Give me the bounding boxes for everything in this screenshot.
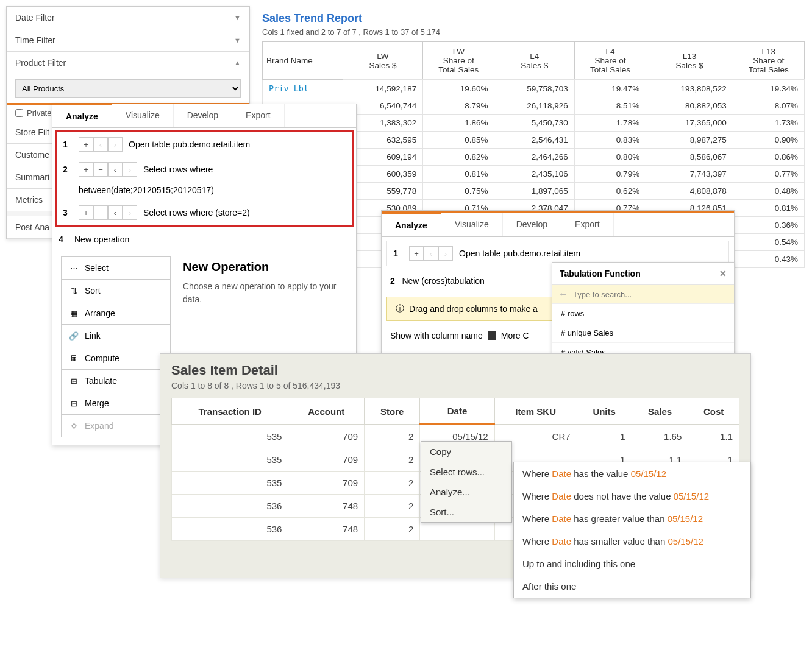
ctx-item-copy[interactable]: Copy <box>421 442 511 462</box>
col-lw-share[interactable]: LWShare ofTotal Sales <box>423 42 494 80</box>
op-row-3[interactable]: 3 + − ‹ › Select rows where (store=2) <box>57 200 352 225</box>
time-filter-row[interactable]: Time Filter ▼ <box>7 29 249 52</box>
prev-icon[interactable]: ‹ <box>108 205 123 220</box>
next-icon[interactable]: › <box>123 205 137 220</box>
plus-icon[interactable]: + <box>79 137 93 152</box>
op-menu-sort[interactable]: ⇅Sort <box>61 279 171 302</box>
table-cell[interactable]: 59,758,703 <box>494 80 574 97</box>
op-menu-compute[interactable]: 🖩Compute <box>61 347 171 369</box>
submenu-item[interactable]: Where Date has smaller value than 05/15/… <box>514 530 750 553</box>
close-icon[interactable]: ✕ <box>719 269 727 278</box>
table-cell[interactable]: 535 <box>172 472 288 495</box>
tab-export[interactable]: Export <box>561 213 613 236</box>
table-cell[interactable]: 1.1 <box>688 425 739 448</box>
detail-col-cost[interactable]: Cost <box>688 398 739 425</box>
table-cell[interactable]: 19.34% <box>733 80 804 97</box>
table-cell[interactable]: 536 <box>172 518 288 541</box>
submenu-item[interactable]: Where Date does not have the value 05/15… <box>514 485 750 507</box>
table-cell[interactable]: 0.85% <box>423 132 494 149</box>
table-cell[interactable]: 0.48% <box>733 183 804 200</box>
table-cell[interactable]: 7,743,397 <box>646 166 733 183</box>
table-cell[interactable]: 1 <box>577 425 632 448</box>
next-icon[interactable]: › <box>123 162 137 177</box>
table-cell[interactable]: 535 <box>172 448 288 472</box>
ctx-item-analyze[interactable]: Analyze... <box>421 482 511 502</box>
tab-develop[interactable]: Develop <box>174 104 232 127</box>
tab-export[interactable]: Export <box>232 104 284 127</box>
op-menu-select[interactable]: ⋯Select <box>61 256 171 279</box>
table-cell[interactable]: 1.65 <box>632 425 688 448</box>
table-cell[interactable]: 0.80% <box>574 149 646 166</box>
tab-visualize[interactable]: Visualize <box>441 213 503 236</box>
table-cell[interactable]: 0.75% <box>423 183 494 200</box>
table-cell[interactable]: 0.81% <box>733 200 804 217</box>
table-cell[interactable]: 0.81% <box>423 166 494 183</box>
col-l13-sales[interactable]: L13Sales $ <box>646 42 733 80</box>
col-l4-share[interactable]: L4Share ofTotal Sales <box>574 42 646 80</box>
detail-col-item-sku[interactable]: Item SKU <box>494 398 577 425</box>
tabfunc-item[interactable]: # rows <box>552 304 734 323</box>
tab-visualize[interactable]: Visualize <box>112 104 174 127</box>
table-cell[interactable]: 748 <box>288 518 365 541</box>
col-l13-share[interactable]: L13Share ofTotal Sales <box>733 42 804 80</box>
submenu-item[interactable]: Up to and including this one <box>514 553 750 575</box>
table-cell[interactable]: Priv Lbl <box>263 80 343 97</box>
date-filter-row[interactable]: Date Filter ▼ <box>7 7 249 29</box>
table-cell[interactable]: 2,546,431 <box>494 132 574 149</box>
detail-col-date[interactable]: Date <box>420 398 494 425</box>
table-cell[interactable]: 535 <box>172 425 288 448</box>
table-cell[interactable]: 0.36% <box>733 217 804 234</box>
table-cell[interactable]: 709 <box>288 472 365 495</box>
table-cell[interactable]: 0.54% <box>733 234 804 251</box>
prev-icon[interactable]: ‹ <box>93 137 108 152</box>
op-row-2[interactable]: 2 + − ‹ › Select rows where between(date… <box>57 157 352 200</box>
prev-icon[interactable]: ‹ <box>108 162 123 177</box>
table-cell[interactable]: 19.60% <box>423 80 494 97</box>
detail-col-units[interactable]: Units <box>577 398 632 425</box>
submenu-item[interactable]: After this one <box>514 575 750 598</box>
table-cell[interactable]: 1,897,065 <box>494 183 574 200</box>
table-cell[interactable]: 2 <box>365 495 420 518</box>
op-menu-expand[interactable]: ✥Expand <box>61 414 171 437</box>
col-l4-sales[interactable]: L4Sales $ <box>494 42 574 80</box>
minus-icon[interactable]: − <box>93 205 108 220</box>
table-cell[interactable]: 1.78% <box>574 115 646 132</box>
prev-icon[interactable]: ‹ <box>424 246 438 261</box>
new-op-row[interactable]: 4 New operation <box>52 230 356 249</box>
table-cell[interactable]: 0.86% <box>733 149 804 166</box>
next-icon[interactable]: › <box>108 137 123 152</box>
detail-col-transaction-id[interactable]: Transaction ID <box>172 398 288 425</box>
submenu-item[interactable]: Where Date has greater value than 05/15/… <box>514 507 750 530</box>
next-icon[interactable]: › <box>438 246 453 261</box>
table-cell[interactable]: 19.47% <box>574 80 646 97</box>
product-filter-row[interactable]: Product Filter ▲ <box>7 52 249 74</box>
table-cell[interactable]: 8.07% <box>733 97 804 115</box>
table-cell[interactable]: 2,435,106 <box>494 166 574 183</box>
minus-icon[interactable]: − <box>93 162 108 177</box>
table-cell[interactable]: 0.77% <box>733 166 804 183</box>
private-checkbox[interactable] <box>15 109 23 117</box>
submenu-item[interactable]: Where Date has the value 05/15/12 <box>514 462 750 485</box>
col-lw-sales[interactable]: LWSales $ <box>343 42 422 80</box>
op-menu-link[interactable]: 🔗Link <box>61 324 171 347</box>
detail-col-store[interactable]: Store <box>365 398 420 425</box>
table-cell[interactable]: 8.79% <box>423 97 494 115</box>
table-cell[interactable]: 8,987,275 <box>646 132 733 149</box>
tabfunc-item[interactable]: # unique Sales <box>552 323 734 343</box>
checkbox-icon[interactable] <box>488 331 496 340</box>
plus-icon[interactable]: + <box>409 246 424 261</box>
table-cell[interactable]: 14,592,187 <box>343 80 422 97</box>
op-menu-arrange[interactable]: ▦Arrange <box>61 302 171 324</box>
table-cell[interactable]: 0.90% <box>733 132 804 149</box>
table-cell[interactable]: 8,586,067 <box>646 149 733 166</box>
table-cell[interactable]: 748 <box>288 495 365 518</box>
table-cell[interactable]: 2 <box>365 518 420 541</box>
product-select[interactable]: All Products <box>15 79 241 98</box>
tab-analyze[interactable]: Analyze <box>382 213 441 236</box>
table-cell[interactable]: 4,808,878 <box>646 183 733 200</box>
table-cell[interactable]: 1.73% <box>733 115 804 132</box>
table-cell[interactable]: 0.62% <box>574 183 646 200</box>
table-cell[interactable]: 709 <box>288 448 365 472</box>
table-cell[interactable]: 0.43% <box>733 251 804 268</box>
table-cell[interactable]: 1.86% <box>423 115 494 132</box>
